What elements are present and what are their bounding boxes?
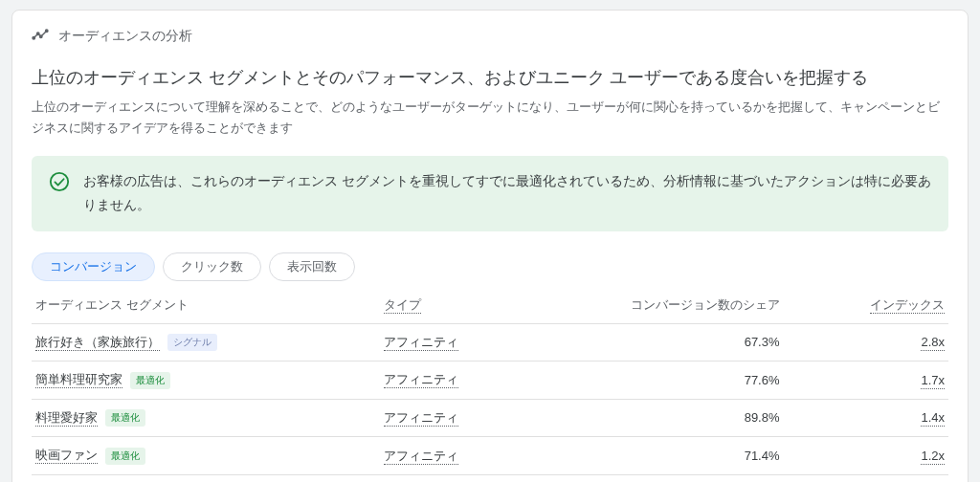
svg-point-0: [33, 37, 34, 39]
segment-cell: 旅行好き（家族旅行）シグナル: [32, 323, 380, 362]
tab-1[interactable]: クリック数: [163, 252, 261, 281]
col-header-share: コンバージョン数のシェア: [564, 287, 784, 324]
segment-name[interactable]: 映画ファン: [35, 448, 98, 464]
index-value: 1.2x: [921, 449, 945, 465]
audience-insights-card: オーディエンスの分析 上位のオーディエンス セグメントとそのパフォーマンス、およ…: [11, 10, 969, 482]
tab-2[interactable]: 表示回数: [269, 252, 355, 281]
optimized-badge: 最適化: [105, 448, 145, 465]
svg-point-3: [46, 30, 48, 32]
segment-name[interactable]: 料理愛好家: [35, 410, 98, 427]
type-value[interactable]: アフィニティ: [384, 335, 458, 351]
check-circle-icon: [49, 169, 70, 195]
index-value: 2.8x: [921, 335, 945, 351]
page-subtitle: 上位のオーディエンスについて理解を深めることで、どのようなユーザーがターゲットに…: [32, 97, 948, 139]
type-cell: アフィニティ: [380, 399, 564, 437]
table-row: 旅行好き（家族旅行）シグナルアフィニティ67.3%2.8x: [32, 323, 948, 362]
segment-cell: 簡単料理研究家最適化: [32, 362, 380, 400]
signal-badge: シグナル: [167, 334, 217, 351]
metric-tabs: コンバージョンクリック数表示回数: [32, 252, 948, 281]
type-cell: アフィニティ: [380, 362, 564, 400]
col-header-type: タイプ: [380, 287, 564, 324]
card-header: オーディエンスの分析: [32, 26, 948, 46]
share-cell: 59.2%: [564, 474, 784, 482]
index-cell: 2.8x: [784, 323, 948, 362]
svg-point-1: [37, 33, 39, 34]
table-row: 簡単料理研究家最適化アフィニティ77.6%1.7x: [32, 362, 948, 400]
optimized-badge: 最適化: [130, 372, 170, 389]
table-row: ペット愛好者シグナルアフィニティ59.2%1.2x: [32, 474, 948, 482]
type-value[interactable]: アフィニティ: [384, 372, 458, 388]
index-cell: 1.4x: [784, 399, 948, 437]
index-cell: 1.7x: [784, 362, 948, 400]
share-cell: 89.8%: [564, 399, 784, 437]
type-cell: アフィニティ: [380, 474, 564, 482]
card-header-title: オーディエンスの分析: [58, 28, 192, 45]
type-cell: アフィニティ: [380, 323, 564, 362]
segment-cell: ペット愛好者シグナル: [32, 474, 380, 482]
table-row: 映画ファン最適化アフィニティ71.4%1.2x: [32, 437, 948, 475]
page-title: 上位のオーディエンス セグメントとそのパフォーマンス、およびユニーク ユーザーで…: [32, 65, 948, 91]
index-value: 1.4x: [921, 410, 945, 427]
type-value[interactable]: アフィニティ: [384, 410, 458, 427]
optimized-badge: 最適化: [105, 409, 145, 427]
svg-point-4: [51, 173, 68, 190]
share-cell: 67.3%: [564, 323, 784, 362]
segment-cell: 映画ファン最適化: [32, 437, 380, 475]
status-banner-text: お客様の広告は、これらのオーディエンス セグメントを重視してすでに最適化されてい…: [83, 169, 931, 217]
svg-point-2: [40, 35, 42, 37]
table-row: 料理愛好家最適化アフィニティ89.8%1.4x: [32, 399, 948, 437]
index-value: 1.7x: [921, 373, 945, 389]
segment-cell: 料理愛好家最適化: [32, 399, 380, 437]
status-banner: お客様の広告は、これらのオーディエンス セグメントを重視してすでに最適化されてい…: [32, 156, 948, 230]
share-cell: 71.4%: [564, 437, 784, 475]
col-header-segment: オーディエンス セグメント: [32, 287, 380, 324]
share-cell: 77.6%: [564, 362, 784, 400]
segment-name[interactable]: 簡単料理研究家: [35, 372, 122, 388]
type-cell: アフィニティ: [380, 437, 564, 475]
col-header-index: インデックス: [784, 287, 948, 324]
trend-icon: [32, 26, 49, 46]
type-value[interactable]: アフィニティ: [384, 449, 458, 465]
audience-table: オーディエンス セグメント タイプ コンバージョン数のシェア インデックス 旅行…: [32, 287, 948, 482]
index-cell: 1.2x: [784, 437, 948, 475]
tab-0[interactable]: コンバージョン: [32, 252, 155, 281]
table-header-row: オーディエンス セグメント タイプ コンバージョン数のシェア インデックス: [32, 287, 948, 324]
segment-name[interactable]: 旅行好き（家族旅行）: [35, 335, 160, 351]
index-cell: 1.2x: [784, 474, 948, 482]
